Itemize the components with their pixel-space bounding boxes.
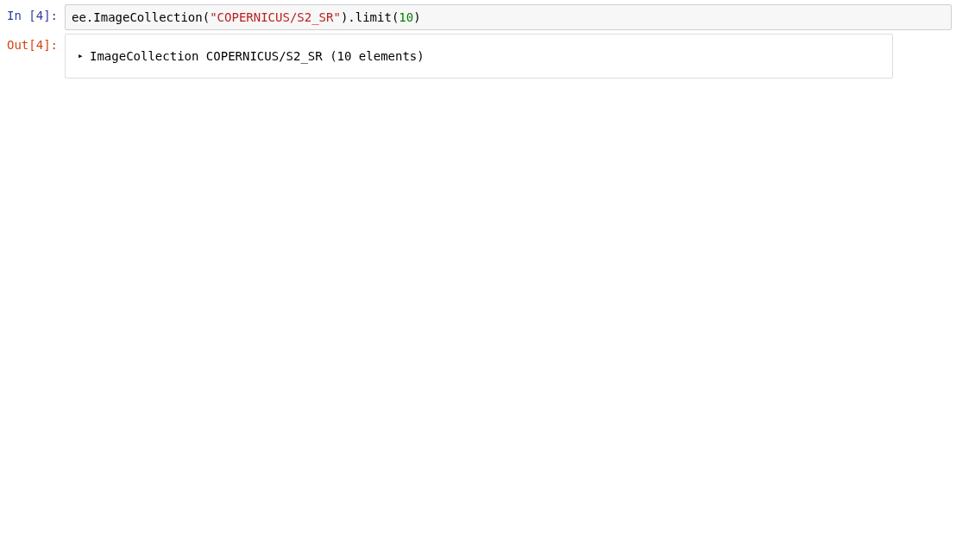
out-prompt: Out[4]:	[4, 34, 65, 79]
code-token: ee	[72, 10, 86, 24]
code-token: limit	[355, 10, 392, 24]
output-cell: Out[4]: ▸ ImageCollection COPERNICUS/S2_…	[4, 34, 952, 79]
input-cell: In [4]: ee.ImageCollection("COPERNICUS/S…	[4, 4, 952, 30]
in-prompt: In [4]:	[4, 4, 65, 30]
code-token: )	[413, 10, 420, 24]
tree-node[interactable]: ▸ ImageCollection COPERNICUS/S2_SR (10 e…	[78, 48, 880, 64]
input-cell-content: ee.ImageCollection("COPERNICUS/S2_SR").l…	[65, 4, 952, 30]
output-area: ▸ ImageCollection COPERNICUS/S2_SR (10 e…	[65, 34, 893, 79]
code-token: "COPERNICUS/S2_SR"	[210, 10, 341, 24]
code-token: ImageCollection	[93, 10, 202, 24]
code-token: 10	[399, 10, 413, 24]
code-token: .	[348, 10, 355, 24]
output-cell-content: ▸ ImageCollection COPERNICUS/S2_SR (10 e…	[65, 34, 952, 79]
tree-label: ImageCollection COPERNICUS/S2_SR (10 ele…	[90, 48, 425, 64]
expand-arrow-icon: ▸	[78, 50, 88, 62]
code-input[interactable]: ee.ImageCollection("COPERNICUS/S2_SR").l…	[65, 4, 952, 30]
code-token: (	[203, 10, 210, 24]
